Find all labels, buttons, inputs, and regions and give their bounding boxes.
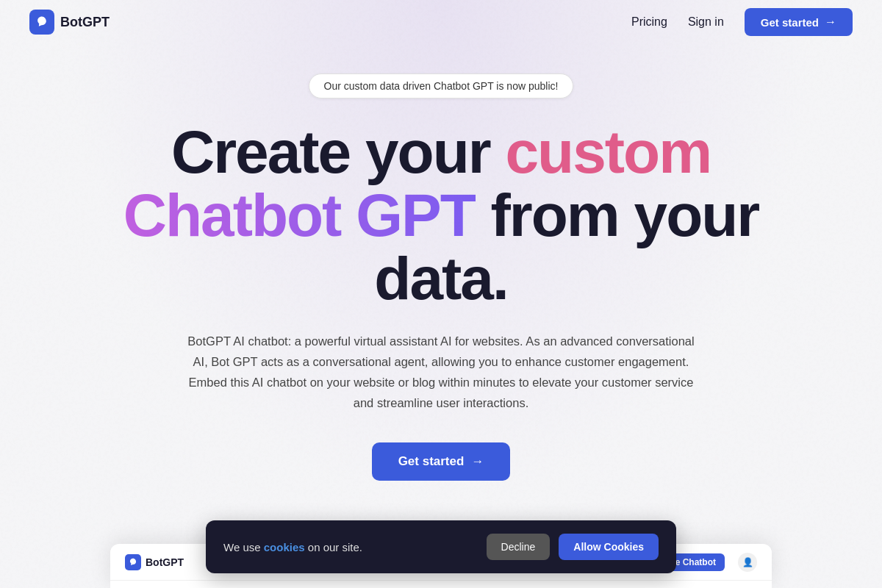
navbar: BotGPT Pricing Sign in Get started → [0,0,882,44]
hero-title-create: Create your [171,118,506,185]
cookie-text-prefix: We use [223,541,264,553]
arrow-icon: → [825,15,836,29]
nav-pricing[interactable]: Pricing [631,15,667,29]
preview-logo: BotGPT [125,554,184,570]
hero-get-started-button[interactable]: Get started → [372,442,511,481]
preview-user-icon[interactable]: 👤 [738,553,757,572]
allow-cookies-button[interactable]: Allow Cookies [559,534,659,560]
cookie-text-suffix: on our site. [305,541,362,553]
logo-icon [29,10,54,35]
hero-description: BotGPT AI chatbot: a powerful virtual as… [184,331,698,413]
hero-section: Our custom data driven Chatbot GPT is no… [0,44,882,510]
hero-title: Create your custom Chatbot GPT from your… [123,121,759,310]
nav-right: Pricing Sign in Get started → [631,8,853,36]
nav-get-started-button[interactable]: Get started → [745,8,853,36]
cookie-text: We use cookies on our site. [223,541,362,553]
decline-button[interactable]: Decline [487,534,551,560]
hero-title-data: data. [374,245,507,312]
hero-title-custom: custom [505,118,711,185]
hero-title-chatbot-gpt: Chatbot GPT [123,182,476,248]
preview-logo-text: BotGPT [146,556,184,568]
cookie-banner: We use cookies on our site. Decline Allo… [206,520,676,573]
preview-logo-icon [125,554,141,570]
hero-arrow-icon: → [471,454,484,469]
hero-title-from-your: from your [476,182,759,248]
logo[interactable]: BotGPT [29,10,110,35]
cookies-link[interactable]: cookies [264,541,305,553]
nav-signin[interactable]: Sign in [688,15,724,29]
logo-text: BotGPT [60,15,110,30]
cookie-actions: Decline Allow Cookies [487,534,659,560]
announcement-badge: Our custom data driven Chatbot GPT is no… [309,74,574,98]
